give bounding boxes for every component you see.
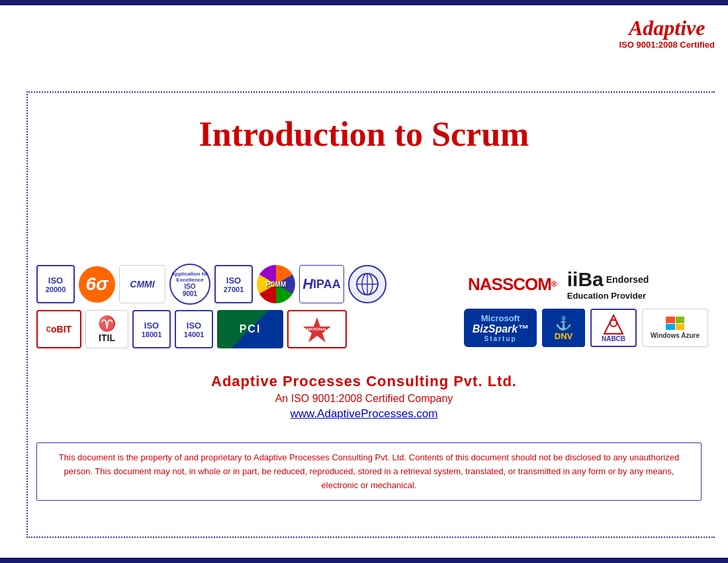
top-bar [0,0,728,5]
iso-9001-logo: Application for Excellence ISO 9001 [169,264,210,305]
iiba-logo: iiBa Endorsed Education Provider [567,268,649,301]
svg-point-7 [610,320,617,327]
logo-area: Adaptive ISO 9001:2008 Certified [619,17,715,50]
logos-left: ISO 20000 6σ CMMI Application for Excell… [36,264,451,348]
pcmm-logo: PCMM [257,265,295,303]
iso-badge-20000: ISO 20000 [36,265,75,303]
hipaa-logo: HIPAA [299,265,344,303]
dotted-line-bottom [26,537,715,538]
iso-14001-logo: ISO 14001 [175,310,213,348]
iso-badge-14001: ISO 14001 [175,310,213,348]
itil-logo: ♈ ITIL [85,310,128,348]
certification-text: ISO 9001:2008 Certified [619,40,715,50]
windows-azure-logo: Windows Azure [642,309,708,347]
iso-27001-logo: ISO 27001 [214,265,253,303]
logos-right: NASSCOM® iiBa Endorsed Education Provide… [464,265,708,347]
cmmi-logo: CMMI [119,265,165,303]
cobit-logo: CoBIT [36,310,81,348]
nabcb-logo: NABCB [590,309,637,347]
company-name: Adaptive Processes Consulting Pvt. Ltd. [0,373,728,390]
svg-marker-6 [604,315,623,334]
page-title: Introduction to Scrum [0,115,728,154]
nasscom-logo: NASSCOM® [464,265,561,303]
disclaimer-text: This document is the property of and pro… [36,442,702,501]
six-sigma-logo: 6σ [79,266,115,303]
company-url[interactable]: www.AdaptiveProcesses.com [0,407,728,421]
adaptive-logo-text: Adaptive [619,17,715,38]
title-section: Introduction to Scrum [0,115,728,154]
main-content: Adaptive ISO 9001:2008 Certified Introdu… [0,5,728,558]
company-iso: An ISO 9001:2008 Certified Company [0,393,728,405]
bottom-bar [0,558,728,563]
iso-20000-logo: ISO 20000 [36,265,75,303]
dotted-line-left [26,91,28,538]
logos-right-bottom: Microsoft BizSpark™ Startup ⚓ DNV NABCB [464,309,708,347]
iso-18001-logo: ISO 18001 [132,310,171,348]
pci-logo: PCI [217,310,283,348]
dotted-line-top [26,91,715,93]
national-quality-logo: NATIONAL [287,310,347,348]
logos-row-1: ISO 20000 6σ CMMI Application for Excell… [36,264,451,305]
company-section: Adaptive Processes Consulting Pvt. Ltd. … [0,373,728,421]
logos-right-top: NASSCOM® iiBa Endorsed Education Provide… [464,265,649,303]
iso-badge-18001: ISO 18001 [132,310,171,348]
iso-badge-27001: ISO 27001 [214,265,253,303]
dnv-logo: ⚓ DNV [542,309,585,347]
network-logo [348,265,387,303]
logos-row-2: CoBIT ♈ ITIL ISO 18001 ISO [36,310,451,348]
microsoft-bizspark-logo: Microsoft BizSpark™ Startup [464,309,537,347]
logos-section: ISO 20000 6σ CMMI Application for Excell… [36,264,708,348]
svg-text:NATIONAL: NATIONAL [307,327,328,331]
